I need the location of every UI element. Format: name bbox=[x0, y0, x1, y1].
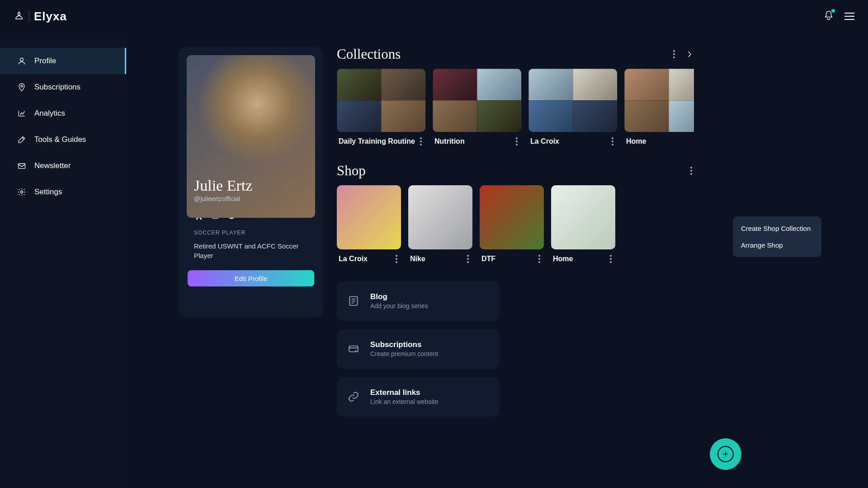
shop-item-menu-button[interactable] bbox=[394, 253, 399, 265]
svg-rect-2 bbox=[19, 164, 25, 169]
collection-thumb bbox=[528, 69, 617, 132]
profile-role: SOCCER PLAYER bbox=[194, 230, 315, 236]
sidebar-item-tools[interactable]: Tools & Guides bbox=[0, 127, 126, 153]
profile-bio: Retired USWNT and ACFC Soccer Player bbox=[194, 241, 308, 260]
blog-icon bbox=[347, 294, 360, 308]
brand-name: Elyxa bbox=[34, 9, 67, 23]
shop-item-menu-button[interactable] bbox=[608, 253, 613, 265]
shop-card[interactable]: Home bbox=[551, 185, 615, 265]
add-card-title: Subscriptions bbox=[370, 340, 438, 349]
add-card-sub: Link an external website bbox=[370, 398, 438, 405]
add-card-title: Blog bbox=[370, 292, 428, 301]
shop-card[interactable]: La Croix bbox=[337, 185, 401, 265]
plus-icon: + bbox=[723, 448, 729, 460]
shop-thumb bbox=[480, 185, 544, 249]
sidebar-item-label: Profile bbox=[34, 56, 56, 66]
sidebar-item-label: Tools & Guides bbox=[34, 135, 86, 144]
mail-icon bbox=[17, 161, 26, 170]
dropdown-arrange-shop[interactable]: Arrange Shop bbox=[733, 237, 821, 253]
add-subscriptions-card[interactable]: Subscriptions Create premium content bbox=[337, 329, 500, 369]
collection-thumb bbox=[624, 69, 694, 132]
collection-menu-button[interactable] bbox=[418, 136, 424, 147]
brand-logo[interactable]: Elyxa bbox=[14, 9, 67, 23]
shop-dropdown: Create Shop Collection Arrange Shop bbox=[733, 216, 821, 257]
profile-handle: @julieertzofficial bbox=[194, 195, 308, 202]
collection-thumb bbox=[337, 69, 425, 132]
collections-title: Collections bbox=[337, 46, 401, 62]
add-card-title: External links bbox=[370, 388, 438, 397]
brand-mark-icon bbox=[14, 11, 24, 22]
wallet-icon bbox=[347, 342, 360, 356]
collection-card[interactable]: Nutrition bbox=[433, 69, 521, 147]
collection-card[interactable]: Daily Training Routine bbox=[337, 69, 425, 147]
profile-name: Julie Ertz bbox=[194, 177, 308, 194]
edit-profile-button[interactable]: Edit Profile bbox=[188, 270, 314, 286]
collection-menu-button[interactable] bbox=[610, 136, 615, 147]
add-blog-card[interactable]: Blog Add your blog series bbox=[337, 281, 500, 321]
user-icon bbox=[17, 56, 26, 66]
pin-icon bbox=[17, 83, 26, 92]
sidebar-item-label: Subscriptions bbox=[34, 83, 80, 92]
shop-item-menu-button[interactable] bbox=[465, 253, 471, 265]
fab-add-button[interactable]: + bbox=[710, 438, 741, 470]
edit-icon bbox=[17, 135, 26, 144]
collection-card[interactable]: La Croix bbox=[528, 69, 617, 147]
gear-icon bbox=[17, 188, 26, 197]
notification-dot bbox=[831, 9, 835, 13]
svg-rect-9 bbox=[349, 346, 358, 352]
svg-point-3 bbox=[21, 191, 23, 193]
shop-item-menu-button[interactable] bbox=[537, 253, 542, 265]
collection-label: Nutrition bbox=[434, 137, 465, 145]
collection-thumb bbox=[433, 69, 521, 132]
collection-label: Daily Training Routine bbox=[339, 137, 415, 145]
notifications-button[interactable] bbox=[824, 10, 834, 22]
shop-label: Home bbox=[553, 255, 573, 263]
logo-divider bbox=[29, 10, 29, 22]
sidebar-item-label: Analytics bbox=[34, 109, 65, 118]
shop-card[interactable]: DTF bbox=[480, 185, 544, 265]
collection-menu-button[interactable] bbox=[514, 136, 519, 147]
profile-card: Julie Ertz @julieertzofficial SOCCER PLA… bbox=[179, 47, 323, 317]
dropdown-create-collection[interactable]: Create Shop Collection bbox=[733, 220, 821, 237]
sidebar-item-subscriptions[interactable]: Subscriptions bbox=[0, 74, 126, 100]
shop-menu-button[interactable] bbox=[689, 165, 694, 177]
svg-point-1 bbox=[21, 85, 23, 87]
svg-point-0 bbox=[20, 58, 24, 61]
sidebar-item-newsletter[interactable]: Newsletter bbox=[0, 153, 126, 179]
collection-label: La Croix bbox=[530, 137, 559, 145]
collection-label: Home bbox=[626, 137, 646, 145]
add-links-card[interactable]: External links Link an external website bbox=[337, 377, 500, 417]
shop-thumb bbox=[551, 185, 615, 249]
sidebar-item-settings[interactable]: Settings bbox=[0, 179, 126, 205]
sidebar-item-analytics[interactable]: Analytics bbox=[0, 100, 126, 127]
sidebar-item-label: Newsletter bbox=[34, 161, 71, 170]
add-card-sub: Create premium content bbox=[370, 350, 438, 357]
shop-thumb bbox=[337, 185, 401, 249]
sidebar-item-label: Settings bbox=[34, 188, 62, 197]
sidebar: Profile Subscriptions Analytics Tools & … bbox=[0, 33, 126, 488]
menu-button[interactable] bbox=[844, 13, 854, 20]
shop-card[interactable]: Nike bbox=[408, 185, 472, 265]
chart-icon bbox=[17, 109, 26, 118]
shop-label: DTF bbox=[481, 255, 495, 263]
shop-label: Nike bbox=[410, 255, 425, 263]
link-icon bbox=[347, 390, 360, 404]
collections-menu-button[interactable] bbox=[671, 48, 677, 60]
chevron-right-icon[interactable] bbox=[685, 50, 694, 59]
sidebar-item-profile[interactable]: Profile bbox=[0, 48, 126, 74]
collection-card[interactable]: Home bbox=[624, 69, 694, 147]
shop-thumb bbox=[408, 185, 472, 249]
shop-label: La Croix bbox=[339, 255, 368, 263]
add-card-sub: Add your blog series bbox=[370, 302, 428, 310]
shop-title: Shop bbox=[337, 163, 366, 179]
